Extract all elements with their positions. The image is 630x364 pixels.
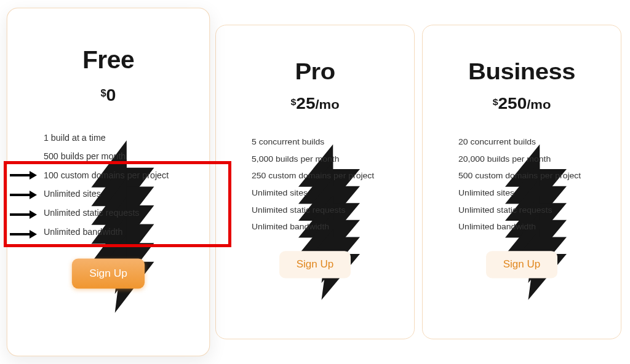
feature-item: 20 concurrent builds <box>444 133 600 151</box>
pricing-card-pro: Pro $25/mo 5 concurrent builds 5,000 bui… <box>215 25 415 339</box>
bolt-icon <box>237 172 244 181</box>
price-period: /mo <box>527 98 551 112</box>
feature-text: Unlimited sites <box>44 189 101 199</box>
bolt-icon <box>444 154 451 164</box>
feature-text: Unlimited static requests <box>458 205 552 215</box>
feature-text: 1 build at a time <box>44 132 106 142</box>
bolt-icon <box>444 172 451 181</box>
feature-list: 20 concurrent builds 20,000 builds per m… <box>444 133 600 235</box>
signup-button-free[interactable]: Sign Up <box>72 258 145 288</box>
feature-text: 20 concurrent builds <box>458 137 536 146</box>
currency-symbol: $ <box>290 97 296 108</box>
bolt-icon <box>28 151 36 161</box>
plan-name: Free <box>28 46 188 74</box>
bolt-icon <box>28 132 36 142</box>
bolt-icon <box>28 208 36 218</box>
feature-text: Unlimited static requests <box>252 205 346 215</box>
currency-symbol: $ <box>101 88 106 99</box>
feature-text: 5,000 builds per month <box>252 154 339 164</box>
feature-text: Unlimited sites <box>252 188 308 197</box>
feature-list: 1 build at a time 500 builds per month 1… <box>28 128 188 241</box>
bolt-icon <box>237 205 244 215</box>
price-period: /mo <box>315 98 339 112</box>
bolt-icon <box>237 222 244 231</box>
bolt-icon <box>444 222 451 231</box>
feature-text: Unlimited bandwidth <box>458 222 536 231</box>
bolt-icon <box>28 189 36 199</box>
signup-button-pro[interactable]: Sign Up <box>279 251 351 278</box>
feature-text: Unlimited bandwidth <box>44 226 123 236</box>
feature-text: 20,000 builds per month <box>458 154 551 164</box>
bolt-icon <box>28 170 36 180</box>
feature-text: 500 builds per month <box>44 151 126 161</box>
plan-name: Pro <box>237 59 393 84</box>
bolt-icon <box>237 188 244 197</box>
feature-item: 5 concurrent builds <box>237 133 393 151</box>
pricing-card-free: Free $0 1 build at a time 500 builds per… <box>7 7 210 356</box>
feature-text: Unlimited bandwidth <box>252 222 329 231</box>
feature-item: 1 build at a time <box>28 128 188 147</box>
plan-price: $25/mo <box>237 95 393 113</box>
feature-text: Unlimited static requests <box>44 208 140 218</box>
pricing-card-business: Business $250/mo 20 concurrent builds 20… <box>422 25 621 339</box>
currency-symbol: $ <box>493 97 498 108</box>
plan-price: $250/mo <box>444 95 600 113</box>
bolt-icon <box>237 137 244 146</box>
feature-text: 500 custom domains per project <box>458 172 581 181</box>
bolt-icon <box>444 188 451 197</box>
price-amount: 250 <box>498 95 527 113</box>
plan-price: $0 <box>28 85 188 106</box>
bolt-icon <box>444 137 451 146</box>
bolt-icon <box>237 154 244 164</box>
plan-name: Business <box>444 59 600 84</box>
feature-text: 5 concurrent builds <box>252 137 324 146</box>
bolt-icon <box>28 226 36 236</box>
feature-text: 100 custom domains per project <box>44 170 169 180</box>
signup-button-business[interactable]: Sign Up <box>486 251 557 278</box>
pricing-grid: Free $0 1 build at a time 500 builds per… <box>9 11 621 353</box>
feature-list: 5 concurrent builds 5,000 builds per mon… <box>237 133 393 235</box>
feature-text: Unlimited sites <box>458 188 514 197</box>
feature-text: 250 custom domains per project <box>252 172 374 181</box>
price-amount: 25 <box>296 95 315 113</box>
bolt-icon <box>444 205 451 215</box>
price-amount: 0 <box>106 85 116 105</box>
